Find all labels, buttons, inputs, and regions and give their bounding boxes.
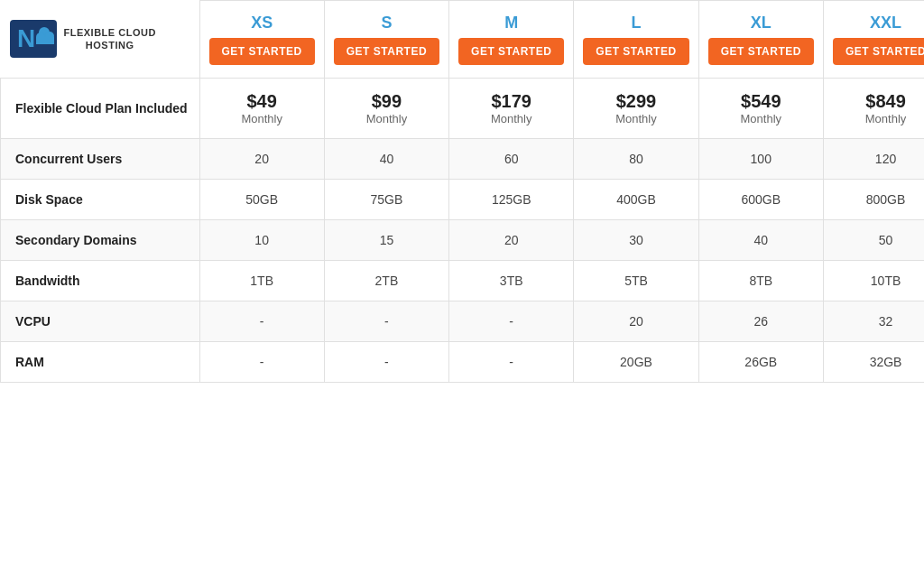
row-value: 8TB <box>698 261 823 301</box>
plan-name-l: L <box>583 14 688 32</box>
row-value: 32GB <box>823 342 924 383</box>
plan-header-xs: XS GET STARTED <box>199 1 324 79</box>
row-value: 600GB <box>698 180 823 220</box>
row-value: 1TB <box>199 261 324 301</box>
price-amount: $49 <box>209 91 315 112</box>
get-started-xl[interactable]: GET STARTED <box>708 38 814 65</box>
row-value: 40 <box>698 220 823 261</box>
pricing-table: N FLEXIBLE CLOUDHOSTING XS GET STARTED <box>0 0 924 383</box>
row-value: 75GB <box>324 180 448 220</box>
row-value: 2TB <box>324 261 448 301</box>
row-label: Secondary Domains <box>1 220 200 261</box>
table-row: RAM---20GB26GB32GB <box>1 342 925 383</box>
row-label: RAM <box>1 342 200 383</box>
logo-area: N FLEXIBLE CLOUDHOSTING <box>10 20 190 58</box>
row-value: 20 <box>449 220 574 261</box>
row-value: 3TB <box>449 261 574 301</box>
get-started-xs[interactable]: GET STARTED <box>209 38 315 65</box>
row-value: 800GB <box>823 180 924 220</box>
svg-rect-5 <box>36 37 54 44</box>
price-amount: $99 <box>334 91 439 112</box>
page-container: N FLEXIBLE CLOUDHOSTING XS GET STARTED <box>0 0 924 383</box>
row-value: $299Monthly <box>574 79 698 139</box>
row-value: 125GB <box>449 180 574 220</box>
table-row: VCPU---202632 <box>1 301 925 342</box>
row-value: - <box>324 342 448 383</box>
price-amount: $549 <box>708 91 814 112</box>
row-value: - <box>324 301 448 342</box>
header-row: N FLEXIBLE CLOUDHOSTING XS GET STARTED <box>1 1 925 79</box>
plan-header-m: M GET STARTED <box>449 1 574 79</box>
logo-icon: N <box>10 20 57 58</box>
plan-name-m: M <box>458 14 564 32</box>
price-period: Monthly <box>583 112 688 125</box>
table-row: Secondary Domains101520304050 <box>1 220 925 261</box>
row-label: VCPU <box>1 301 200 342</box>
logo-text: FLEXIBLE CLOUDHOSTING <box>64 26 156 52</box>
price-period: Monthly <box>833 112 924 125</box>
row-value: 100 <box>698 139 823 180</box>
row-value: 20 <box>199 139 324 180</box>
get-started-s[interactable]: GET STARTED <box>334 38 439 65</box>
row-value: 60 <box>449 139 574 180</box>
row-value: $179Monthly <box>449 79 574 139</box>
get-started-m[interactable]: GET STARTED <box>458 38 564 65</box>
plan-name-s: S <box>334 14 439 32</box>
row-label: Disk Space <box>1 180 200 220</box>
row-value: $849Monthly <box>823 79 924 139</box>
get-started-xxl[interactable]: GET STARTED <box>833 38 924 65</box>
price-period: Monthly <box>458 112 564 125</box>
price-amount: $299 <box>583 91 688 112</box>
row-value: 10 <box>199 220 324 261</box>
price-amount: $179 <box>458 91 564 112</box>
row-value: 50GB <box>199 180 324 220</box>
row-value: 20 <box>574 301 698 342</box>
price-period: Monthly <box>334 112 439 125</box>
price-period: Monthly <box>708 112 814 125</box>
row-value: 40 <box>324 139 448 180</box>
plan-header-s: S GET STARTED <box>324 1 448 79</box>
plan-header-xxl: XXL GET STARTED <box>823 1 924 79</box>
svg-text:N: N <box>17 24 35 52</box>
row-value: - <box>199 301 324 342</box>
price-period: Monthly <box>209 112 315 125</box>
table-row: Disk Space50GB75GB125GB400GB600GB800GB <box>1 180 925 220</box>
table-row: Bandwidth1TB2TB3TB5TB8TB10TB <box>1 261 925 301</box>
row-value: 26GB <box>698 342 823 383</box>
plan-header-l: L GET STARTED <box>574 1 698 79</box>
row-value: 10TB <box>823 261 924 301</box>
row-value: 26 <box>698 301 823 342</box>
row-value: - <box>449 342 574 383</box>
row-value: 32 <box>823 301 924 342</box>
row-label: Concurrent Users <box>1 139 200 180</box>
row-value: 400GB <box>574 180 698 220</box>
row-value: $549Monthly <box>698 79 823 139</box>
row-value: $99Monthly <box>324 79 448 139</box>
row-value: - <box>449 301 574 342</box>
get-started-l[interactable]: GET STARTED <box>583 38 688 65</box>
row-value: 50 <box>823 220 924 261</box>
price-amount: $849 <box>833 91 924 112</box>
plan-name-xl: XL <box>708 14 814 32</box>
logo-cell: N FLEXIBLE CLOUDHOSTING <box>1 1 200 79</box>
plan-name-xs: XS <box>209 14 315 32</box>
row-value: 120 <box>823 139 924 180</box>
row-value: 30 <box>574 220 698 261</box>
plan-header-xl: XL GET STARTED <box>698 1 823 79</box>
row-value: 20GB <box>574 342 698 383</box>
row-value: - <box>199 342 324 383</box>
row-label: Flexible Cloud Plan Included <box>1 79 200 139</box>
row-value: 80 <box>574 139 698 180</box>
plan-name-xxl: XXL <box>833 14 924 32</box>
row-value: 15 <box>324 220 448 261</box>
row-label: Bandwidth <box>1 261 200 301</box>
table-row: Concurrent Users20406080100120 <box>1 139 925 180</box>
table-row: Flexible Cloud Plan Included$49Monthly$9… <box>1 79 925 139</box>
row-value: 5TB <box>574 261 698 301</box>
row-value: $49Monthly <box>199 79 324 139</box>
